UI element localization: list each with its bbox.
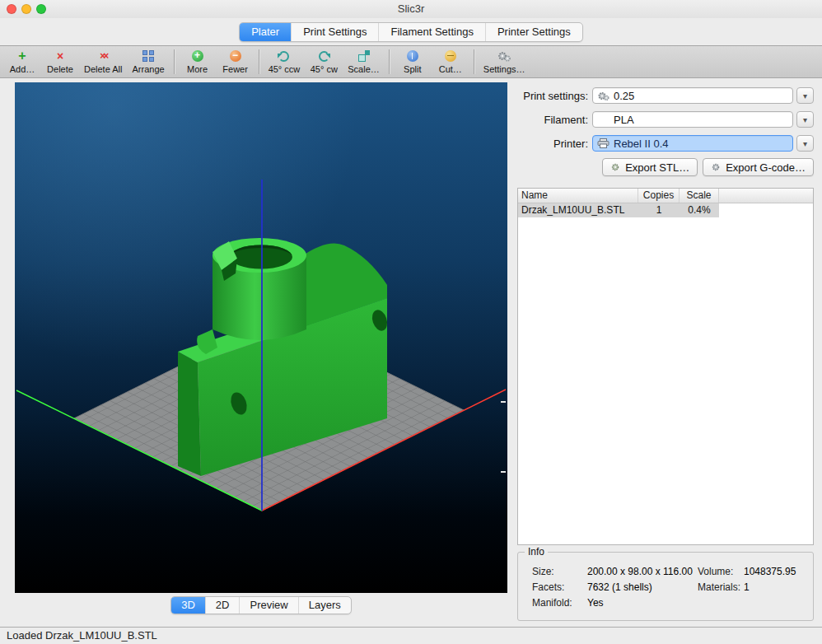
main-tab-group: Plater Print Settings Filament Settings … [239, 22, 583, 42]
column-header-scale[interactable]: Scale [680, 189, 719, 203]
delete-all-icon: ×× [100, 49, 106, 63]
cut-icon [445, 49, 456, 63]
object-row[interactable]: Drzak_LM10UU_B.STL 1 0.4% [518, 203, 813, 217]
filament-combo[interactable]: PLA [592, 111, 793, 128]
filament-icon-spacer [597, 119, 609, 120]
filament-value: PLA [614, 114, 634, 126]
column-header-name[interactable]: Name [518, 189, 638, 203]
column-header-copies[interactable]: Copies [638, 189, 680, 203]
fewer-icon: − [230, 49, 241, 63]
arrange-label: Arrange [132, 64, 164, 74]
column-header-spacer [719, 189, 813, 203]
print-settings-value: 0.25 [614, 90, 634, 102]
more-label: More [187, 64, 208, 74]
printer-value: Rebel II 0.4 [614, 138, 669, 150]
status-text: Loaded Drzak_LM10UU_B.STL [7, 629, 157, 642]
cut-label: Cut… [439, 64, 462, 74]
info-grid: Size: 200.00 x 98.00 x 116.00 Volume: 10… [518, 553, 813, 611]
more-button[interactable]: + More [179, 48, 217, 76]
tab-print-settings[interactable]: Print Settings [291, 23, 378, 41]
delete-label: Delete [47, 64, 73, 74]
manifold-value: Yes [587, 595, 698, 611]
size-value: 200.00 x 98.00 x 116.00 [587, 564, 698, 580]
export-stl-button[interactable]: Export STL… [602, 158, 698, 176]
print-settings-dropdown-button[interactable]: ▾ [796, 87, 814, 104]
object-scale-cell: 0.4% [680, 203, 719, 217]
printer-row: Printer: Rebel II 0.4 ▾ [517, 134, 814, 152]
tab-plater[interactable]: Plater [240, 23, 291, 41]
info-panel-title: Info [525, 546, 548, 558]
volume-label: Volume: [698, 564, 744, 580]
facets-label: Facets: [532, 580, 587, 595]
fewer-button[interactable]: − Fewer [217, 48, 255, 76]
split-button[interactable]: Split [394, 48, 432, 76]
printer-label: Printer: [517, 138, 588, 150]
export-gcode-button[interactable]: Export G-code… [703, 158, 814, 176]
printer-dropdown-button[interactable]: ▾ [796, 135, 814, 152]
view-mode-tab-group: 3D 2D Preview Layers [170, 596, 352, 614]
print-settings-combo[interactable]: 0.25 [592, 87, 793, 104]
gear-icon [711, 162, 722, 172]
printer-icon [597, 138, 609, 148]
manifold-label: Manifold: [532, 595, 587, 611]
rotate-ccw-label: 45° ccw [269, 64, 301, 74]
chevron-down-icon: ▾ [803, 91, 807, 100]
window-close-button[interactable] [7, 4, 16, 14]
filament-row: Filament: PLA ▾ [517, 110, 814, 128]
export-gcode-label: Export G-code… [726, 161, 806, 174]
window-zoom-button[interactable] [36, 4, 46, 14]
rotate-ccw-button[interactable]: 45° ccw [264, 48, 306, 76]
materials-label: Materials: [698, 580, 744, 595]
more-icon: + [192, 49, 203, 63]
tab-printer-settings[interactable]: Printer Settings [485, 23, 582, 41]
delete-all-button[interactable]: ×× Delete All [79, 48, 127, 76]
tab-layers[interactable]: Layers [298, 597, 351, 614]
info-panel: Info Size: 200.00 x 98.00 x 116.00 Volum… [517, 552, 814, 621]
view-mode-tab-bar: 3D 2D Preview Layers [15, 596, 507, 614]
gear-icon [597, 91, 609, 101]
filament-label: Filament: [517, 114, 588, 126]
add-icon: + [18, 49, 26, 63]
arrange-button[interactable]: Arrange [127, 48, 169, 76]
object-name-cell: Drzak_LM10UU_B.STL [518, 203, 638, 217]
scale-label: Scale… [348, 64, 380, 74]
cut-button[interactable]: Cut… [432, 48, 469, 76]
fewer-label: Fewer [222, 64, 248, 74]
printer-combo[interactable]: Rebel II 0.4 [592, 135, 793, 152]
volume-value: 1048375.95 [744, 564, 813, 580]
plater-toolbar: + Add… × Delete ×× Delete All Arrange + … [0, 45, 822, 78]
toolbar-separator [174, 49, 175, 74]
split-icon [407, 49, 418, 63]
size-label: Size: [532, 564, 587, 580]
print-settings-row: Print settings: 0.25 ▾ [517, 86, 814, 105]
object-list[interactable]: Name Copies Scale Drzak_LM10UU_B.STL 1 0… [517, 188, 814, 545]
gear-icon [610, 162, 621, 172]
viewport-3d[interactable] [15, 82, 507, 593]
status-bar: Loaded Drzak_LM10UU_B.STL [0, 627, 822, 644]
rotate-cw-icon [319, 49, 329, 63]
settings-label: Settings… [483, 64, 525, 74]
window-minimize-button[interactable] [21, 4, 31, 14]
toolbar-separator [474, 49, 474, 74]
tab-filament-settings[interactable]: Filament Settings [378, 23, 484, 41]
rotate-ccw-icon [278, 49, 289, 63]
materials-value: 1 [744, 580, 813, 595]
scale-button[interactable]: Scale… [343, 48, 385, 76]
print-settings-label: Print settings: [517, 90, 588, 102]
filament-dropdown-button[interactable]: ▾ [796, 111, 814, 128]
export-stl-label: Export STL… [625, 161, 689, 174]
settings-button[interactable]: Settings… [479, 48, 530, 76]
rotate-cw-button[interactable]: 45° cw [305, 48, 343, 76]
tab-preview[interactable]: Preview [239, 597, 297, 614]
tab-2d[interactable]: 2D [205, 597, 240, 614]
viewport-3d-canvas[interactable] [15, 82, 507, 593]
object-list-header: Name Copies Scale [518, 189, 813, 203]
title-bar: Slic3r [0, 0, 822, 18]
facets-value: 7632 (1 shells) [587, 580, 698, 595]
delete-button[interactable]: × Delete [41, 48, 79, 76]
tab-3d[interactable]: 3D [171, 597, 205, 614]
model-left-face [178, 352, 201, 476]
settings-gears-icon [497, 49, 511, 63]
add-button[interactable]: + Add… [3, 48, 41, 76]
main-tab-bar: Plater Print Settings Filament Settings … [0, 22, 822, 42]
